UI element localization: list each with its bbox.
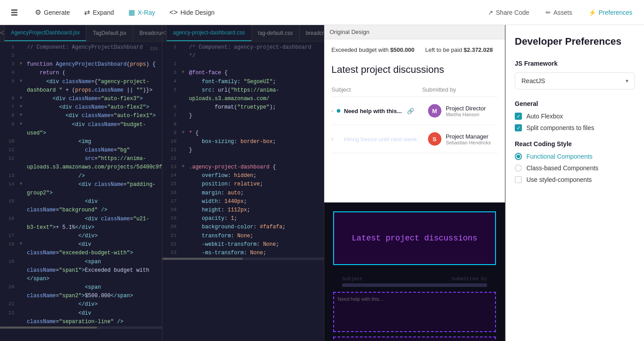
xray-button[interactable]: ▦ X-Ray xyxy=(122,5,161,19)
code-line: 13 /> xyxy=(0,172,162,181)
js-framework-value: ReactJS xyxy=(521,77,545,84)
preferences-button[interactable]: ⚡ Preferences xyxy=(582,6,639,19)
tab-agency-project-dashboard-css[interactable]: agency-project-dashboard.css xyxy=(167,25,252,41)
js-framework-section-title: JS Framework xyxy=(515,60,635,67)
class-based-radio[interactable] xyxy=(515,164,522,172)
svg-rect-1 xyxy=(11,12,17,13)
code-line: 7} xyxy=(162,112,324,120)
budget-row: Exceeded budget with $500.000 Left to be… xyxy=(331,46,498,53)
tab-breadcrum-css[interactable]: breadcrum... xyxy=(300,25,324,41)
jsx-label: JSX xyxy=(149,45,158,53)
toolbar-right: ↗ Share Code ✏ Assets ⚡ Preferences xyxy=(482,6,639,19)
checkmark-icon: ✓ xyxy=(517,114,521,119)
cyan-selection-box: Latest project discussions xyxy=(333,211,496,265)
col-subject-header: Subject xyxy=(331,86,422,93)
code-line: 10 box-sizing: border-box; xyxy=(162,138,324,146)
design-preview-white: Exceeded budget with $500.000 Left to be… xyxy=(324,39,505,202)
split-components-option[interactable]: ✓ Split components to files xyxy=(515,124,635,131)
tab-breadcrumber-default-jsx[interactable]: BreadcrumberDefault.jsx xyxy=(133,25,162,41)
discussions-title: Latest project discussions xyxy=(331,64,498,76)
row-expand-icon: › xyxy=(331,108,333,114)
functional-components-option[interactable]: Functional Components xyxy=(515,153,635,160)
preferences-title: Developer Preferences xyxy=(515,36,635,47)
purple-dashed-selection-2 xyxy=(333,337,496,341)
code-line: 15 <div className="background" /> xyxy=(0,198,162,215)
assets-button[interactable]: ✏ Assets xyxy=(539,6,579,19)
code-line: 9▼* { xyxy=(162,129,324,138)
general-section-title: General xyxy=(515,100,635,107)
tab-agency-project-dashboard-jsx[interactable]: AgencyProjectDashboard.jsx xyxy=(4,25,86,41)
auto-flexbox-option[interactable]: ✓ Auto Flexbox xyxy=(515,113,635,120)
purple-dashed-selection: Need help with this... xyxy=(333,292,496,332)
functional-components-radio[interactable] xyxy=(515,153,522,160)
jsx-code-content[interactable]: JSX 1// Component: AgencyProjectDashboar… xyxy=(0,42,162,341)
css-horizontal-scrollbar[interactable] xyxy=(162,257,324,260)
original-design-label: Original Design xyxy=(324,25,505,39)
row-subject: Hiring freeze until next week xyxy=(344,136,428,143)
left-to-pay: Left to be paid $2.372.028 xyxy=(425,46,493,53)
share-icon: ↗ xyxy=(488,9,493,16)
submitter-info: Project Manager Sebastian Hendricks xyxy=(446,133,491,145)
use-styled-checkbox[interactable] xyxy=(515,176,522,183)
avatar: M xyxy=(428,104,441,118)
tab-tag-default-jsx[interactable]: TagDefault.jsx xyxy=(86,25,133,41)
svg-rect-0 xyxy=(11,9,17,11)
js-framework-dropdown[interactable]: ReactJS ▾ xyxy=(515,72,635,89)
code-line: 21 </div> xyxy=(0,300,162,309)
main-area: < AgencyProjectDashboard.jsx TagDefault.… xyxy=(0,25,644,341)
expand-icon: ⇄ xyxy=(84,8,90,17)
code-line: 5 src: url("https://anima-uploads.s3.ama… xyxy=(162,86,324,103)
generate-button[interactable]: ⚙ Generate xyxy=(29,5,76,19)
submitter: S Project Manager Sebastian Hendricks xyxy=(428,132,498,146)
tab-tag-default-css[interactable]: tag-default.css xyxy=(252,25,300,41)
expand-button[interactable]: ⇄ Expand xyxy=(78,5,120,19)
auto-flexbox-checkbox[interactable]: ✓ xyxy=(515,113,522,120)
checkmark-icon: ✓ xyxy=(517,125,521,131)
code-line: 12 xyxy=(162,155,324,163)
css-editor: < agency-project-dashboard.css tag-defau… xyxy=(162,25,325,341)
use-styled-components-option[interactable]: Use styled-components xyxy=(515,176,635,183)
code-line: 23 -ms-transform: None; xyxy=(162,249,324,257)
code-line: 17 width: 1440px; xyxy=(162,198,324,206)
toolbar: ⚙ Generate ⇄ Expand ▦ X-Ray <> Hide Desi… xyxy=(0,0,644,25)
row-subject: Need help with this... 🔗 xyxy=(344,108,428,114)
code-line: 4 font-family: "SegoeUI"; xyxy=(162,78,324,86)
share-code-button[interactable]: ↗ Share Code xyxy=(482,6,536,19)
code-line: 19 <span className="span1">Exceeded budg… xyxy=(0,258,162,284)
split-components-checkbox[interactable]: ✓ xyxy=(515,124,522,131)
code-line: 14 overflow: hidden; xyxy=(162,172,324,180)
submitter-person-name: Sebastian Hendricks xyxy=(446,140,491,145)
layers-button[interactable] xyxy=(5,4,23,21)
css-tab-left-arrow[interactable]: < xyxy=(162,25,167,41)
gear-icon: ⚙ xyxy=(35,8,41,17)
xray-icon: ▦ xyxy=(128,8,135,17)
code-line: 2 xyxy=(0,52,162,60)
hide-design-button[interactable]: <> Hide Design xyxy=(163,6,221,19)
code-line: 4 return ( xyxy=(0,69,162,77)
preferences-panel: Developer Preferences JS Framework React… xyxy=(505,25,644,341)
discussions-header: Subject Submitted by xyxy=(331,83,498,97)
code-icon: <> xyxy=(169,8,178,17)
css-code-content[interactable]: 1/* Component: agency-project-dashboard … xyxy=(162,42,324,341)
tab-left-arrow[interactable]: < xyxy=(0,25,4,41)
chevron-down-icon: ▾ xyxy=(626,78,628,84)
auto-flexbox-label: Auto Flexbox xyxy=(526,113,563,120)
code-line: 22 -webkit-transform: None; xyxy=(162,240,324,249)
toolbar-left: ⚙ Generate ⇄ Expand ▦ X-Ray <> Hide Desi… xyxy=(29,5,480,19)
discussions-table: Subject Submitted by › Need help with th… xyxy=(331,83,498,153)
class-based-option[interactable]: Class-based Components xyxy=(515,164,635,172)
code-line: 1/* Component: agency-project-dashboard … xyxy=(162,43,324,60)
jsx-editor: < AgencyProjectDashboard.jsx TagDefault.… xyxy=(0,25,162,341)
submitter-role-name: Project Manager xyxy=(446,133,491,140)
row-expand-icon: › xyxy=(331,136,333,142)
coding-style-section-title: React Coding Style xyxy=(515,140,635,147)
code-line: 8 xyxy=(162,121,324,129)
code-line: 15 position: relative; xyxy=(162,180,324,189)
discussion-row[interactable]: › Need help with this... 🔗 M Project Dir… xyxy=(331,97,498,125)
svg-rect-2 xyxy=(11,14,17,16)
submitter-role-name: Project Director xyxy=(446,105,486,112)
code-line: 16 margin: auto; xyxy=(162,189,324,198)
code-line: 2 xyxy=(162,60,324,69)
horizontal-scrollbar[interactable] xyxy=(0,326,162,329)
discussion-row[interactable]: › Hiring freeze until next week S Projec… xyxy=(331,125,498,153)
